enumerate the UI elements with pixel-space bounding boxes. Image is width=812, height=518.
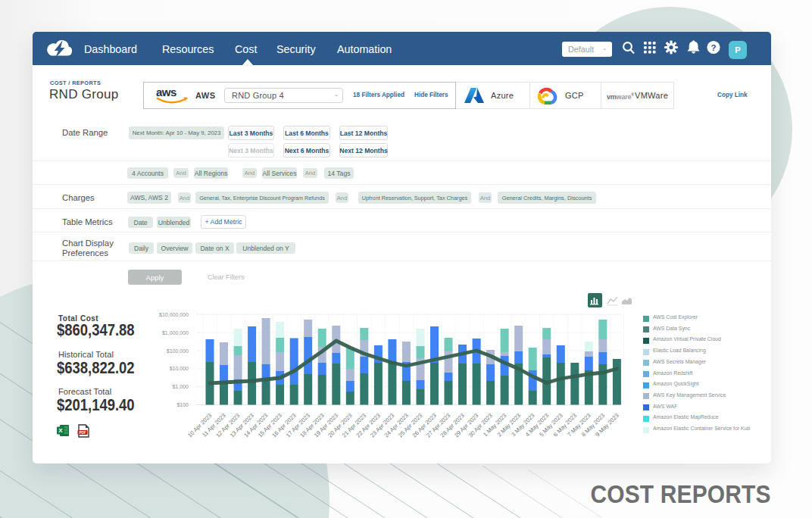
svg-text:$1,000: $1,000: [173, 384, 189, 389]
svg-text:$10,000,000: $10,000,000: [159, 312, 189, 317]
svg-text:$1,000,000: $1,000,000: [162, 330, 189, 335]
svg-text:$100,000: $100,000: [167, 348, 189, 354]
svg-text:$100: $100: [176, 402, 189, 407]
svg-text:$10,000: $10,000: [170, 366, 189, 371]
